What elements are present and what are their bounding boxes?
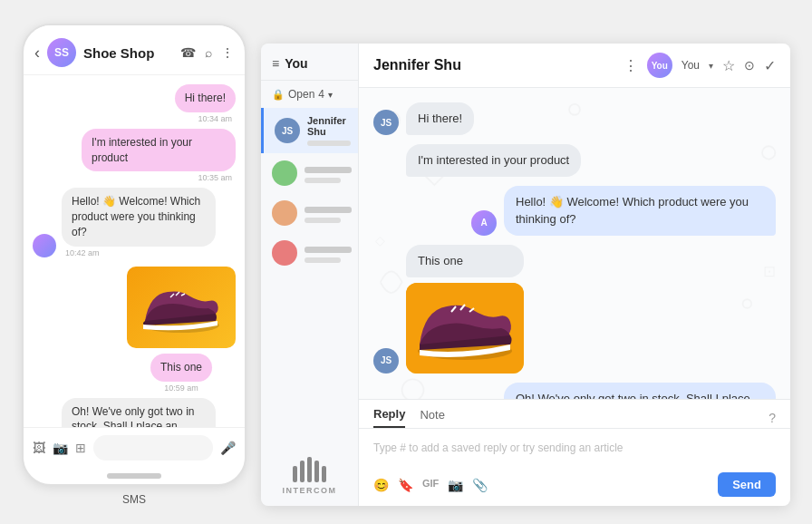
bubble-sent: I'm interested in your product <box>82 129 236 172</box>
help-icon[interactable]: ? <box>768 411 776 425</box>
sidebar-item-jennifer[interactable]: JS Jennifer Shu <box>261 108 358 153</box>
js-avatar: JS <box>373 110 399 135</box>
sms-phone: ‹ SS Shoe Shop ☎ ⌕ ⋮ Hi there! 10:34 am … <box>22 24 246 486</box>
mic-icon[interactable]: 🎤 <box>220 441 236 455</box>
chat-messages: ⊡ ◇ △ JS Hi there! I'm interested in you… <box>359 88 790 399</box>
chat-footer-actions: 😊 🔖 GIF 📷 📎 Send <box>359 467 790 506</box>
emoji-icon[interactable]: 😊 <box>373 478 389 492</box>
chevron-down-icon: ▾ <box>709 61 713 71</box>
back-button[interactable]: ‹ <box>34 44 40 63</box>
intercom-label: INTERCOM <box>283 486 337 495</box>
contact-info <box>304 163 352 183</box>
sidebar-filter[interactable]: 🔒 Open 4 ▾ <box>261 81 358 108</box>
chat-msg-2: I'm interested in your product <box>373 144 776 177</box>
chat-msg-1: JS Hi there! <box>373 102 776 135</box>
sms-input[interactable] <box>93 435 213 461</box>
sidebar-contact-list: JS Jennifer Shu <box>261 108 358 444</box>
intercom-sidebar: ≡ You 🔒 Open 4 ▾ JS Jennifer Shu <box>261 44 359 506</box>
bubble-caption: This one <box>150 354 212 382</box>
phone-footer: 🖼 📷 ⊞ 🎤 <box>24 427 245 468</box>
sms-messages: Hi there! 10:34 am I'm interested in you… <box>24 75 245 427</box>
bubble-received: Hello! 👋 Welcome! Which product were you… <box>62 188 216 246</box>
chevron-down-icon: ▾ <box>328 90 333 100</box>
contact-avatar <box>272 200 297 226</box>
chat-msg-5: Oh! We've only got two in stock. Shall I… <box>373 383 776 399</box>
more-options-icon[interactable]: ⋮ <box>624 57 638 74</box>
bar-3 <box>307 457 312 482</box>
phone-header-icons: ☎ ⌕ ⋮ <box>180 45 234 60</box>
lock-icon: 🔒 <box>272 89 285 101</box>
photo-icon[interactable]: 📷 <box>448 478 463 492</box>
contact-name-line <box>304 207 352 213</box>
shoe-image <box>127 267 236 348</box>
bar-1 <box>293 466 297 482</box>
msg-time: 10:34 am <box>194 114 236 123</box>
image-icon[interactable]: 🖼 <box>33 441 45 455</box>
phone-header: ‹ SS Shoe Shop ☎ ⌕ ⋮ <box>24 31 245 75</box>
chat-shoe-image <box>406 283 524 374</box>
check-icon[interactable]: ✓ <box>764 57 776 74</box>
chat-msg-4: JS This one <box>373 245 776 374</box>
chat-footer-tabs: Reply Note ? <box>359 400 790 429</box>
home-indicator[interactable] <box>107 473 161 479</box>
bar-4 <box>314 461 319 482</box>
phone-icon[interactable]: ☎ <box>180 45 196 60</box>
reply-tab[interactable]: Reply <box>373 407 405 428</box>
bubble-sent: Hi there! <box>175 84 236 112</box>
shop-avatar-small <box>33 234 56 257</box>
intercom-logo-area: INTERCOM <box>261 444 358 506</box>
search-icon[interactable]: ⌕ <box>205 45 212 60</box>
contact-preview <box>304 218 341 223</box>
footer-action-icons: 😊 🔖 GIF 📷 📎 <box>373 478 488 492</box>
sidebar-header: ≡ You <box>261 44 358 81</box>
chat-header: Jennifer Shu ⋮ You You ▾ ☆ ⊙ ✓ <box>359 44 790 88</box>
contact-name-line <box>304 247 352 253</box>
contact-preview <box>304 178 341 183</box>
sms-phone-wrapper: ‹ SS Shoe Shop ☎ ⌕ ⋮ Hi there! 10:34 am … <box>22 24 246 506</box>
sidebar-item-4[interactable] <box>261 233 358 273</box>
chat-input-area[interactable]: Type # to add a saved reply or try sendi… <box>359 429 790 467</box>
star-icon[interactable]: ☆ <box>722 57 735 74</box>
gif-icon[interactable]: GIF <box>422 478 439 492</box>
sidebar-item-2[interactable] <box>261 153 358 193</box>
clock-icon[interactable]: ⊙ <box>744 58 755 73</box>
msg-time: 10:59 am <box>160 383 202 393</box>
send-button[interactable]: Send <box>718 472 776 497</box>
chat-input-placeholder: Type # to add a saved reply or try sendi… <box>373 438 776 458</box>
filter-count: 4 <box>318 88 324 101</box>
js-avatar: JS <box>373 348 399 374</box>
attachment-icon[interactable]: 📎 <box>472 478 488 492</box>
more-icon[interactable]: ⋮ <box>221 45 234 60</box>
intercom-logo-bars <box>293 455 326 482</box>
bar-5 <box>322 466 326 482</box>
contact-avatar: JS <box>275 118 300 143</box>
shop-avatar: SS <box>47 38 76 67</box>
shoe-svg-chat <box>406 283 524 374</box>
sms-msg-1: Hi there! 10:34 am <box>33 84 236 123</box>
hamburger-icon[interactable]: ≡ <box>272 56 279 71</box>
contact-info <box>304 203 352 223</box>
intercom-app: ≡ You 🔒 Open 4 ▾ JS Jennifer Shu <box>261 44 790 506</box>
contact-avatar <box>272 160 297 186</box>
apps-icon[interactable]: ⊞ <box>75 441 86 455</box>
sms-msg-5: Oh! We've only got two in stock. Shall I… <box>33 398 236 427</box>
chat-bubble-sent: Oh! We've only got two in stock. Shall I… <box>504 383 776 399</box>
sms-msg-2: I'm interested in your product 10:35 am <box>33 129 236 183</box>
chat-bubble-received: Hi there! <box>406 102 474 135</box>
bookmark-icon[interactable]: 🔖 <box>398 478 413 492</box>
bubble-received: Oh! We've only got two in stock. Shall I… <box>62 398 216 427</box>
contact-name: Jennifer Shu <box>307 115 351 137</box>
chat-msg-3: Hello! 👋 Welcome! Which product were you… <box>373 186 776 235</box>
note-tab[interactable]: Note <box>420 408 444 427</box>
filter-label: Open <box>288 88 314 101</box>
camera-icon[interactable]: 📷 <box>53 441 68 455</box>
contact-info <box>304 243 352 263</box>
agent-label: You <box>682 59 700 72</box>
msg-time: 10:35 am <box>194 173 236 182</box>
contact-preview <box>304 257 341 263</box>
sidebar-title: You <box>285 56 307 71</box>
sms-msg-image: This one 10:59 am <box>33 263 236 393</box>
contact-avatar <box>272 240 297 266</box>
sms-msg-3: Hello! 👋 Welcome! Which product were you… <box>33 188 236 257</box>
sidebar-item-3[interactable] <box>261 193 358 233</box>
